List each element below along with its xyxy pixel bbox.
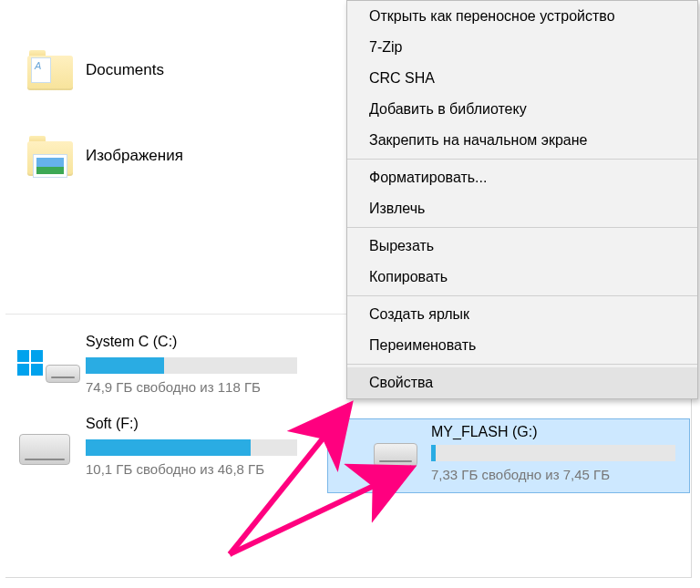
drive-item-c[interactable]: System C (C:) 74,9 ГБ свободно из 118 ГБ	[5, 334, 306, 407]
ctx-pin-to-start[interactable]: Закрепить на начальном экране	[347, 125, 697, 156]
folder-item-documents[interactable]: Documents	[5, 47, 315, 93]
drive-item-f[interactable]: Soft (F:) 10,1 ГБ свободно из 46,8 ГБ	[5, 416, 306, 489]
drive-title: System C (C:)	[86, 334, 177, 350]
drive-subtext: 74,9 ГБ свободно из 118 ГБ	[86, 379, 261, 395]
drive-title: Soft (F:)	[86, 416, 139, 432]
ctx-add-to-library[interactable]: Добавить в библиотеку	[347, 94, 697, 125]
ctx-cut[interactable]: Вырезать	[347, 231, 697, 262]
folder-icon	[27, 136, 73, 176]
drive-icon	[46, 365, 80, 383]
ctx-separator	[347, 159, 697, 160]
folder-label: Documents	[86, 61, 164, 79]
drive-subtext: 10,1 ГБ свободно из 46,8 ГБ	[86, 461, 264, 477]
ctx-rename[interactable]: Переименовать	[347, 330, 697, 361]
drive-icon	[19, 434, 70, 465]
ctx-crc-sha[interactable]: CRC SHA	[347, 63, 697, 94]
ctx-copy[interactable]: Копировать	[347, 262, 697, 293]
ctx-format[interactable]: Форматировать...	[347, 162, 697, 193]
drive-title: MY_FLASH (G:)	[431, 424, 537, 440]
folder-icon	[27, 50, 73, 90]
capacity-bar	[86, 439, 297, 456]
drive-item-g-selected[interactable]: MY_FLASH (G:) 7,33 ГБ свободно из 7,45 Г…	[327, 418, 690, 493]
ctx-create-shortcut[interactable]: Создать ярлык	[347, 299, 697, 330]
windows-logo-icon	[17, 350, 45, 377]
ctx-properties[interactable]: Свойства	[347, 367, 697, 398]
folder-item-images[interactable]: Изображения	[5, 133, 315, 179]
ctx-open-portable[interactable]: Открыть как переносное устройство	[347, 1, 697, 32]
ctx-separator	[347, 364, 697, 365]
ctx-eject[interactable]: Извлечь	[347, 193, 697, 224]
ctx-separator	[347, 227, 697, 228]
context-menu: Открыть как переносное устройство 7-Zip …	[346, 0, 698, 399]
drive-subtext: 7,33 ГБ свободно из 7,45 ГБ	[431, 467, 610, 482]
capacity-bar	[86, 357, 297, 374]
ctx-separator	[347, 295, 697, 296]
drive-icon	[374, 443, 417, 467]
folder-label: Изображения	[86, 147, 183, 165]
ctx-7zip[interactable]: 7-Zip	[347, 32, 697, 63]
capacity-bar	[431, 445, 675, 461]
